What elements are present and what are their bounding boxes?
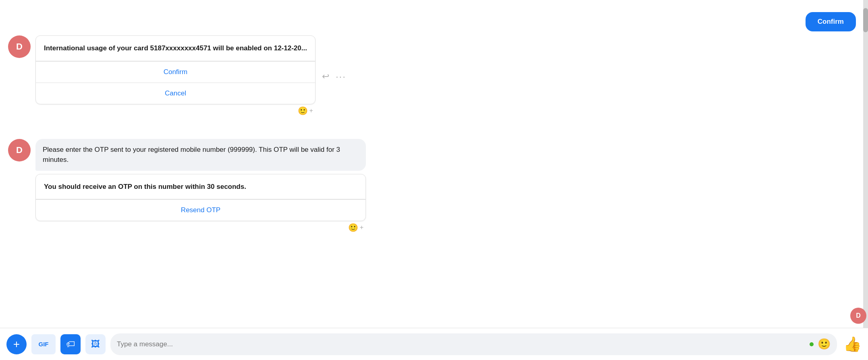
add-reaction-3[interactable]: + [360, 224, 363, 231]
sticker-button[interactable]: 🏷 [60, 334, 81, 354]
scrollbar-track[interactable] [863, 0, 868, 328]
confirm-action[interactable]: Confirm [36, 61, 315, 83]
avatar-1: D [8, 35, 31, 58]
avatar-3: D [8, 139, 31, 161]
chat-area[interactable]: Confirm D International usage of your ca… [0, 0, 868, 328]
msg-block-1: International usage of your card 5187xxx… [35, 35, 316, 118]
emoji-reaction-3[interactable]: 🙂 [348, 223, 358, 232]
floating-avatar: D [850, 308, 866, 324]
message-row-3: D Please enter the OTP sent to your regi… [0, 139, 868, 235]
reply-btn-1[interactable]: ↩ [322, 71, 329, 82]
online-dot [810, 342, 814, 346]
card-text-1: International usage of your card 5187xxx… [36, 36, 315, 61]
emoji-reaction-1[interactable]: 🙂 [298, 106, 308, 116]
reaction-row-3: 🙂 + [35, 221, 366, 235]
message-card-1: International usage of your card 5187xxx… [35, 35, 316, 104]
message-input-wrap[interactable]: 🙂 [110, 333, 837, 355]
reaction-row-1: 🙂 + [35, 104, 316, 118]
resend-otp-action[interactable]: Resend OTP [36, 199, 365, 221]
msg-block-3: Please enter the OTP sent to your regist… [35, 139, 366, 235]
message-input[interactable] [117, 340, 810, 348]
bottom-toolbar: + GIF 🏷 🖼 🙂 👍 [0, 328, 868, 360]
grey-bubble-3: Please enter the OTP sent to your regist… [35, 139, 366, 171]
message-card-3: You should receive an OTP on this number… [35, 174, 366, 221]
scrollbar-thumb[interactable] [863, 8, 868, 32]
add-button[interactable]: + [6, 334, 27, 354]
photo-button[interactable]: 🖼 [85, 334, 106, 354]
emoji-button[interactable]: 🙂 [810, 338, 831, 350]
card-text-3: You should receive an OTP on this number… [36, 174, 365, 199]
message-row-1: D International usage of your card 5187x… [0, 35, 868, 118]
top-confirm-bubble: Confirm [806, 12, 856, 31]
add-reaction-1[interactable]: + [309, 107, 313, 114]
msg-actions-1: ↩ ··· [322, 71, 346, 82]
gif-button[interactable]: GIF [31, 334, 56, 354]
more-btn-1[interactable]: ··· [336, 71, 346, 82]
like-button[interactable]: 👍 [843, 336, 862, 353]
cancel-action[interactable]: Cancel [36, 83, 315, 104]
